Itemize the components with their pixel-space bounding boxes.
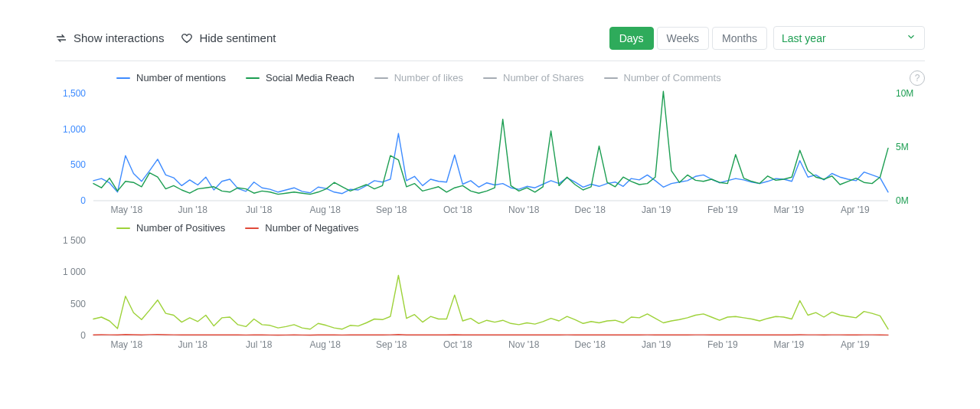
- granularity-months[interactable]: Months: [712, 27, 767, 50]
- svg-text:Nov '18: Nov '18: [508, 204, 540, 215]
- svg-text:Feb '19: Feb '19: [707, 339, 738, 350]
- svg-text:Sep '18: Sep '18: [376, 339, 407, 350]
- svg-text:Dec '18: Dec '18: [575, 204, 606, 215]
- toolbar-left: Show interactions Hide sentiment: [55, 31, 276, 44]
- svg-text:May '18: May '18: [110, 339, 142, 350]
- granularity-weeks[interactable]: Weeks: [657, 27, 710, 50]
- legend-comments[interactable]: Number of Comments: [604, 72, 721, 83]
- svg-text:Aug '18: Aug '18: [310, 204, 341, 215]
- toolbar: Show interactions Hide sentiment Days We…: [37, 21, 943, 61]
- svg-text:1 000: 1 000: [63, 267, 86, 277]
- svg-text:500: 500: [70, 159, 86, 170]
- svg-text:Feb '19: Feb '19: [707, 204, 738, 215]
- hide-sentiment-button[interactable]: Hide sentiment: [181, 31, 276, 44]
- swap-horizontal-icon: [55, 32, 67, 44]
- svg-text:Nov '18: Nov '18: [508, 339, 540, 350]
- top-chart: Number of mentions Social Media Reach Nu…: [37, 61, 943, 218]
- svg-text:Oct '18: Oct '18: [443, 339, 472, 350]
- granularity-days[interactable]: Days: [609, 27, 654, 50]
- svg-text:Apr '19: Apr '19: [841, 204, 870, 215]
- svg-text:Jun '18: Jun '18: [178, 339, 208, 350]
- toolbar-right: Days Weeks Months Last year: [609, 26, 925, 50]
- svg-text:10M: 10M: [896, 88, 913, 99]
- legend-positives[interactable]: Number of Positives: [116, 222, 225, 234]
- svg-text:0: 0: [80, 330, 86, 341]
- svg-text:500: 500: [70, 299, 86, 309]
- legend-shares[interactable]: Number of Shares: [483, 72, 584, 83]
- legend-reach[interactable]: Social Media Reach: [246, 72, 354, 83]
- bottom-chart: Number of Positives Number of Negatives …: [37, 218, 943, 352]
- svg-text:Jul '18: Jul '18: [246, 339, 273, 350]
- svg-text:5M: 5M: [896, 142, 909, 152]
- svg-text:0M: 0M: [896, 195, 909, 206]
- svg-text:Jul '18: Jul '18: [246, 204, 273, 215]
- svg-text:Oct '18: Oct '18: [443, 204, 472, 215]
- top-chart-svg: 05001,0001,5000M5M10MMay '18Jun '18Jul '…: [55, 72, 925, 218]
- bottom-chart-svg: 05001 0001 500May '18Jun '18Jul '18Aug '…: [55, 222, 925, 352]
- bottom-chart-legend: Number of Positives Number of Negatives: [116, 222, 358, 234]
- granularity-segmented: Days Weeks Months: [609, 27, 767, 50]
- svg-text:May '18: May '18: [110, 204, 142, 215]
- legend-likes[interactable]: Number of likes: [374, 72, 463, 83]
- svg-text:Apr '19: Apr '19: [841, 339, 870, 350]
- show-interactions-label: Show interactions: [74, 31, 164, 44]
- legend-mentions[interactable]: Number of mentions: [116, 72, 226, 83]
- svg-text:Mar '19: Mar '19: [773, 339, 804, 350]
- svg-text:Jun '18: Jun '18: [178, 204, 208, 215]
- svg-text:Jan '19: Jan '19: [642, 204, 671, 215]
- svg-text:Sep '18: Sep '18: [376, 204, 407, 215]
- svg-text:1,500: 1,500: [63, 88, 86, 99]
- show-interactions-button[interactable]: Show interactions: [55, 31, 164, 44]
- svg-text:1,000: 1,000: [63, 124, 86, 135]
- svg-text:Jan '19: Jan '19: [642, 339, 671, 350]
- svg-text:Dec '18: Dec '18: [575, 339, 606, 350]
- svg-text:Mar '19: Mar '19: [773, 204, 804, 215]
- hide-sentiment-label: Hide sentiment: [199, 31, 276, 44]
- heart-icon: [181, 32, 193, 44]
- top-chart-legend: Number of mentions Social Media Reach Nu…: [116, 72, 721, 83]
- svg-text:Aug '18: Aug '18: [310, 339, 341, 350]
- svg-text:1 500: 1 500: [63, 235, 86, 246]
- svg-text:0: 0: [80, 195, 86, 206]
- chevron-down-icon: [906, 31, 916, 44]
- help-icon[interactable]: ?: [910, 70, 925, 86]
- page: Show interactions Hide sentiment Days We…: [0, 0, 980, 409]
- legend-negatives[interactable]: Number of Negatives: [245, 222, 358, 234]
- date-range-select[interactable]: Last year: [773, 26, 925, 50]
- date-range-label: Last year: [782, 32, 826, 44]
